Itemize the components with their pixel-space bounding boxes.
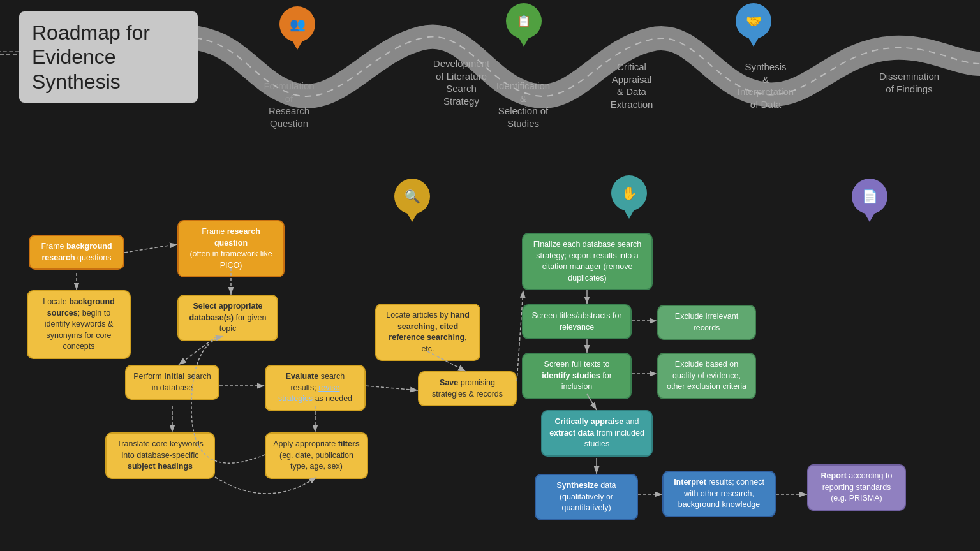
box-locate-background: Locate background sources; begin to iden…	[27, 290, 131, 359]
box-apply-filters: Apply appropriate filters (eg. date, pub…	[265, 432, 368, 479]
box-frame-research-question: Frame research question(often in framewo…	[177, 220, 285, 277]
pin-appraisal: ✋	[611, 175, 647, 219]
box-interpret-results: Interpret results; connect with other re…	[662, 471, 776, 517]
box-evaluate-results: Evaluate search results; revise strategi…	[265, 365, 366, 411]
stage-label-formulation: FormulationofResearchQuestion	[248, 80, 330, 129]
box-report: Report according to reporting standards …	[807, 464, 906, 511]
box-exclude-irrelevant: Exclude irrelevant records	[657, 305, 756, 340]
box-perform-initial-search: Perform initial search in database	[125, 365, 219, 400]
box-screen-titles: Screen titles/abstracts for relevance	[522, 304, 632, 339]
stage-label-dissemination: Disseminationof Findings	[858, 70, 960, 95]
box-save-promising: Save promising strategies & records	[418, 371, 517, 406]
pin-formulation: 👥	[279, 6, 315, 50]
box-locate-hand-searching: Locate articles by hand searching, cited…	[375, 304, 480, 361]
pin-dissemination: 📄	[852, 179, 887, 222]
stage-label-appraisal: CriticalAppraisal& DataExtraction	[593, 61, 670, 110]
box-frame-background: Frame background research questions	[29, 235, 124, 270]
box-screen-full-texts: Screen full texts to identify studies fo…	[522, 353, 632, 399]
box-select-database: Select appropriate database(s) for given…	[177, 295, 278, 341]
main-title: Roadmap for Evidence Synthesis	[32, 20, 185, 94]
box-finalize-db-search: Finalize each database search strategy; …	[522, 233, 653, 290]
box-translate-keywords: Translate core keywords into database-sp…	[105, 432, 215, 479]
box-synthesize-data: Synthesize data (qualitatively or quanti…	[535, 474, 638, 520]
box-critically-appraise: Critically appraise and extract data fro…	[541, 410, 653, 457]
box-exclude-quality: Exclude based on quality of evidence, ot…	[657, 353, 756, 399]
stage-label-synthesis: Synthesis&Interpretationof Data	[721, 61, 810, 110]
title-box: Roadmap for Evidence Synthesis	[19, 11, 198, 103]
pin-literature: 📋	[506, 3, 542, 47]
pin-identification: 🔍	[394, 179, 430, 222]
svg-line-4	[124, 244, 177, 253]
pin-synthesis: 🤝	[736, 3, 771, 47]
svg-line-10	[366, 386, 418, 390]
stage-label-identification: Identification&Selection ofStudies	[482, 80, 565, 129]
